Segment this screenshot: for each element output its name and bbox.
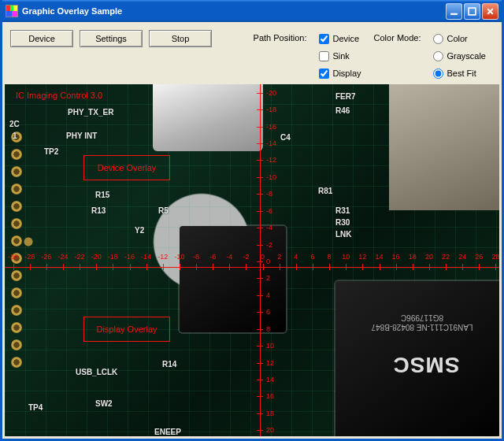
silk-eneep: ENEEP <box>154 428 181 436</box>
close-icon <box>486 7 495 16</box>
app-icon <box>6 5 18 17</box>
cm-color-radio[interactable] <box>433 34 443 44</box>
silk-usb-lclk: USB_LCLK <box>76 368 117 376</box>
svg-rect-1 <box>469 8 476 15</box>
pcb-background: SMSC LAN91C111-NE 80428-B847 8G117996C P… <box>5 84 499 436</box>
silk-r31: R31 <box>335 206 350 215</box>
silk-phy-tx-er: PHY_TX_ER <box>68 108 113 117</box>
close-button[interactable] <box>482 3 498 20</box>
silk-fer7: FER7 <box>335 92 356 101</box>
rj-connector <box>389 84 499 210</box>
pp-device-label: Device <box>332 34 359 43</box>
device-button[interactable]: Device <box>10 30 73 47</box>
silk-r14: R14 <box>162 360 176 369</box>
path-position-label: Path Position: <box>254 30 307 46</box>
pp-sink-label: Sink <box>332 51 349 61</box>
via-column <box>11 132 22 374</box>
silk-r5: R5 <box>158 206 169 215</box>
silk-r30: R30 <box>335 218 350 227</box>
center-chip <box>180 226 286 332</box>
silk-y2: Y2 <box>135 226 144 235</box>
silk-r13: R13 <box>91 206 106 215</box>
svg-rect-0 <box>450 13 458 14</box>
pp-sink-checkbox[interactable] <box>319 51 329 61</box>
color-mode-label: Color Mode: <box>374 30 421 46</box>
silk-c4: C4 <box>280 133 291 142</box>
video-display[interactable]: SMSC LAN91C111-NE 80428-B847 8G117996C P… <box>5 84 499 436</box>
minimize-icon <box>450 7 458 16</box>
smsc-chip-logo: SMSC <box>359 352 493 377</box>
pp-display-checkbox[interactable] <box>319 69 329 79</box>
silk-1: 1 <box>13 132 17 140</box>
settings-button[interactable]: Settings <box>80 30 143 47</box>
silk-r81: R81 <box>318 187 332 195</box>
titlebar[interactable]: Graphic Overlay Sample <box>2 0 502 22</box>
maximize-button[interactable] <box>464 3 480 20</box>
cm-grayscale-radio[interactable] <box>433 51 443 61</box>
button-group: Device Settings Stop <box>10 30 212 47</box>
shield-connector <box>153 84 263 151</box>
options-area: Path Position: Device Sink Display Color… <box>254 30 494 82</box>
smsc-chip-partno: LAN91C111-NE 80428-B847 8G117996C <box>355 313 489 332</box>
silk-r15: R15 <box>95 191 109 199</box>
silk-lnk: LNK <box>335 230 352 239</box>
cm-grayscale-label: Grayscale <box>447 51 486 61</box>
cm-bestfit-label: Best Fit <box>447 69 476 78</box>
maximize-icon <box>468 7 476 16</box>
color-mode-options: Color Grayscale Best Fit <box>433 30 494 82</box>
app-window: Graphic Overlay Sample Device Settings S… <box>0 0 504 441</box>
silk-r46: R46 <box>335 106 350 115</box>
silk-phy-int: PHY INT <box>66 132 97 140</box>
window-title: Graphic Overlay Sample <box>22 6 446 16</box>
silk-sw2: SW2 <box>95 399 113 408</box>
pp-device-checkbox[interactable] <box>319 34 329 44</box>
pp-display-label: Display <box>332 69 361 78</box>
window-controls <box>446 3 498 20</box>
cm-color-label: Color <box>447 34 467 43</box>
minimize-button[interactable] <box>446 3 462 20</box>
color-mode-label-col: Color Mode: <box>374 30 421 82</box>
stop-button[interactable]: Stop <box>149 30 212 47</box>
cm-bestfit-radio[interactable] <box>433 69 443 79</box>
silk-2c: 2C <box>9 120 20 128</box>
silk-tp2: TP2 <box>44 147 58 156</box>
silk-tp4: TP4 <box>28 403 43 412</box>
toolbar: Device Settings Stop Path Position: Devi… <box>2 22 502 88</box>
path-position-options: Device Sink Display <box>319 30 361 82</box>
path-position-label-col: Path Position: <box>254 30 307 82</box>
